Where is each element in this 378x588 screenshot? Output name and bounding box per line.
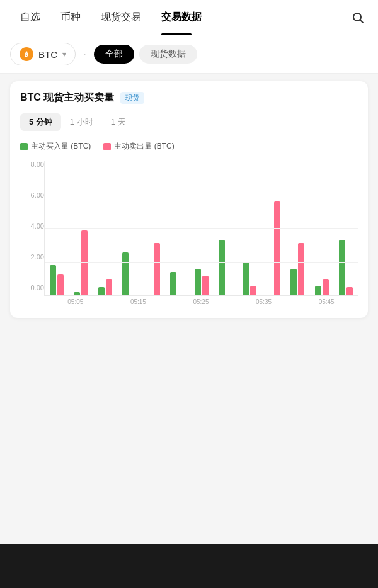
y-label-6: 6.00: [20, 191, 44, 199]
divider: ·: [83, 48, 86, 61]
time-tab-5min[interactable]: 5 分钟: [20, 113, 61, 131]
bar-buy: [243, 262, 249, 295]
filter-btn-spot[interactable]: 现货数据: [139, 45, 197, 64]
y-axis: 8.00 6.00 4.00 2.00 0.00: [20, 161, 44, 305]
bar-sell: [298, 243, 304, 295]
legend-sell-dot: [103, 143, 111, 150]
legend-sell-label: 主动卖出量 (BTC): [114, 141, 174, 152]
bar-group: [117, 252, 141, 295]
legend-buy-dot: [20, 143, 28, 150]
x-axis: 05:0505:1505:2505:3505:45: [44, 298, 358, 305]
chart-body: 05:0505:1505:2505:3505:45: [44, 161, 358, 305]
x-label-05:25: 05:25: [169, 298, 232, 305]
coin-selector[interactable]: ₿ BTC ▾: [10, 43, 76, 65]
bar-group: [189, 269, 213, 295]
chart-inner: 8.00 6.00 4.00 2.00 0.00 05:0505:1505: [20, 161, 358, 305]
bar-buy: [219, 240, 225, 295]
y-label-4: 4.00: [20, 222, 44, 230]
card-title-row: BTC 现货主动买卖量 现货: [20, 91, 358, 105]
bar-buy: [122, 252, 129, 295]
chart-card: BTC 现货主动买卖量 现货 5 分钟 1 小时 1 天 主动买入量 (BTC)…: [10, 81, 368, 318]
bar-group: [214, 240, 238, 295]
y-label-8: 8.00: [20, 161, 44, 168]
chevron-down-icon: ▾: [62, 50, 66, 59]
bar-sell: [346, 287, 353, 295]
filter-btn-all[interactable]: 全部: [94, 45, 134, 64]
bar-buy: [290, 269, 297, 295]
spot-badge: 现货: [120, 92, 144, 104]
bar-sell: [323, 279, 329, 295]
bar-group: [165, 272, 189, 295]
bar-sell: [106, 279, 112, 295]
bar-group: [334, 240, 358, 295]
bar-buy: [98, 287, 105, 295]
chart-area: 8.00 6.00 4.00 2.00 0.00 05:0505:1505: [20, 161, 358, 305]
bar-group: [310, 279, 334, 295]
footer-dark: [0, 544, 378, 588]
btc-icon: ₿: [20, 47, 33, 61]
bar-group: [238, 262, 261, 295]
legend-sell: 主动卖出量 (BTC): [103, 141, 174, 152]
legend-buy: 主动买入量 (BTC): [20, 141, 91, 152]
bar-group: [93, 279, 117, 295]
nav-item-watchlist[interactable]: 自选: [10, 0, 50, 35]
x-label-05:05: 05:05: [44, 298, 107, 305]
nav-item-spot-trading[interactable]: 现货交易: [91, 0, 151, 35]
bar-sell: [57, 274, 64, 295]
y-label-0: 0.00: [20, 284, 44, 291]
bar-sell: [250, 286, 256, 295]
bar-sell: [154, 243, 160, 295]
bar-group: [69, 230, 93, 295]
filter-buttons: 全部 现货数据: [94, 45, 197, 64]
y-label-2: 2.00: [20, 253, 44, 261]
bar-group: [285, 243, 309, 295]
bar-buy: [315, 286, 321, 295]
bar-sell: [81, 230, 88, 295]
svg-line-1: [360, 20, 364, 23]
time-tab-1day[interactable]: 1 天: [102, 113, 135, 131]
chart-legend: 主动买入量 (BTC) 主动卖出量 (BTC): [20, 141, 358, 152]
x-label-05:35: 05:35: [232, 298, 295, 305]
time-tab-1hour[interactable]: 1 小时: [61, 113, 102, 131]
search-button[interactable]: [348, 8, 368, 28]
filter-bar: ₿ BTC ▾ · 全部 现货数据: [0, 35, 378, 74]
bars-container: [44, 161, 358, 296]
card-title: BTC 现货主动买卖量: [20, 91, 114, 105]
bar-sell: [274, 201, 280, 295]
bar-buy: [170, 272, 176, 295]
x-label-05:45: 05:45: [295, 298, 358, 305]
main-content: BTC 现货主动买卖量 现货 5 分钟 1 小时 1 天 主动买入量 (BTC)…: [0, 74, 378, 325]
coin-label: BTC: [38, 49, 57, 60]
legend-buy-label: 主动买入量 (BTC): [31, 141, 91, 152]
x-label-05:15: 05:15: [107, 298, 170, 305]
bar-buy: [339, 240, 345, 295]
bar-group: [141, 243, 165, 295]
bar-group: [45, 265, 69, 295]
nav-item-trading-data[interactable]: 交易数据: [151, 0, 212, 35]
bar-group: [261, 201, 285, 295]
top-navigation: 自选 币种 现货交易 交易数据: [0, 0, 378, 35]
bar-buy: [50, 265, 56, 295]
nav-item-coins[interactable]: 币种: [50, 0, 91, 35]
bar-sell: [202, 276, 209, 295]
bar-buy: [195, 269, 201, 295]
time-tabs: 5 分钟 1 小时 1 天: [20, 113, 358, 131]
bar-buy: [74, 292, 80, 295]
